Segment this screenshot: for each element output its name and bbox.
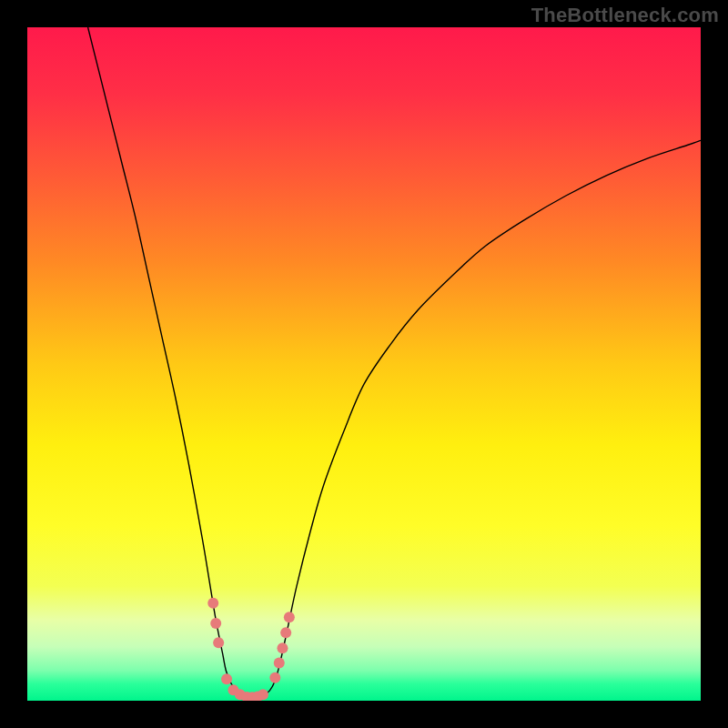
highlight-point bbox=[274, 658, 285, 669]
plot-area bbox=[27, 27, 701, 701]
highlight-points bbox=[207, 598, 295, 701]
highlight-point bbox=[258, 689, 268, 700]
highlight-point bbox=[284, 612, 295, 622]
highlight-point bbox=[269, 672, 280, 683]
highlight-point bbox=[277, 642, 288, 653]
highlight-point bbox=[210, 618, 221, 629]
frame: TheBottleneck.com bbox=[0, 0, 728, 728]
watermark-text: TheBottleneck.com bbox=[531, 4, 719, 27]
highlight-point bbox=[207, 598, 218, 609]
highlight-point bbox=[280, 627, 291, 638]
curve-layer bbox=[27, 27, 701, 701]
highlight-point bbox=[213, 637, 224, 648]
bottleneck-curve bbox=[88, 27, 701, 698]
highlight-point bbox=[221, 673, 232, 684]
